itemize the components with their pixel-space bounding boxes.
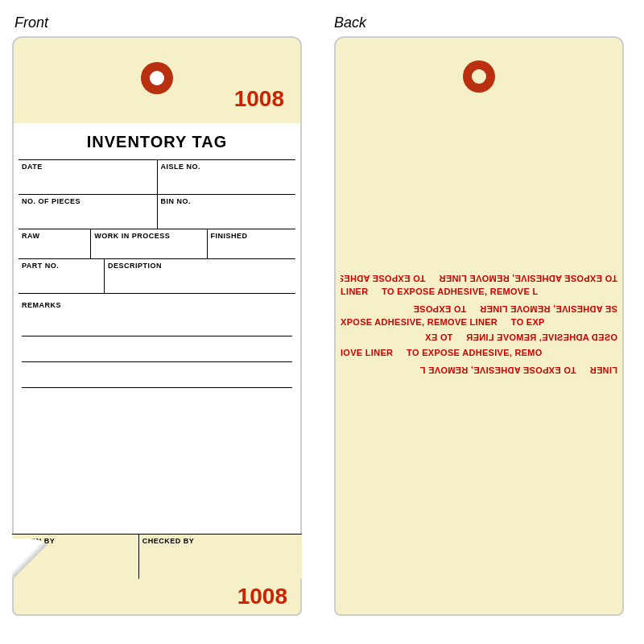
form-cell-takenby: TAKEN BY <box>12 535 139 579</box>
form-cell-finished: FINISHED <box>208 229 295 258</box>
page-container: Front Back 1008 INVENTORY TAG DATE AISLE… <box>0 0 644 644</box>
adhesive-line-4: XPOSE ADHESIVE, REMOVE LINER TO EXP <box>341 316 617 330</box>
form-row-3: RAW WORK IN PROCESS FINISHED <box>19 229 295 258</box>
adhesive-line-1: TO EXPOSE ADHESIVE, REMOVE LINER TO EXPO… <box>341 270 617 285</box>
remarks-line-1 <box>22 314 292 336</box>
tag-hole-front <box>141 62 173 94</box>
label-partno: PART NO. <box>22 262 101 270</box>
remarks-line-2 <box>22 340 292 362</box>
remarks-line-3 <box>22 365 292 388</box>
label-bin: BIN NO. <box>161 197 293 205</box>
label-finished: FINISHED <box>211 232 292 240</box>
form-cell-aisle: AISLE NO. <box>158 160 296 194</box>
tag-content: INVENTORY TAG DATE AISLE NO. NO. OF PIEC… <box>19 133 295 390</box>
adhesive-line-3: SE ADHESIVE, REMOVE LINER TO EXPOSE <box>341 301 617 316</box>
label-back: Back <box>334 14 366 31</box>
adhesive-line-2: LINER TO EXPOSE ADHESIVE, REMOVE L <box>341 285 617 299</box>
tag-back: TO EXPOSE ADHESIVE, REMOVE LINER TO EXPO… <box>334 36 624 616</box>
form-row-4: PART NO. DESCRIPTION <box>19 258 295 293</box>
form-cell-wip: WORK IN PROCESS <box>91 229 207 258</box>
form-cell-description: DESCRIPTION <box>105 259 295 293</box>
form-cell-raw: RAW <box>19 229 91 258</box>
form-cell-checkedby: CHECKED BY <box>139 535 302 579</box>
label-date: DATE <box>22 163 154 171</box>
form-cell-bin: BIN NO. <box>158 195 296 229</box>
form-row-1: DATE AISLE NO. <box>19 159 295 194</box>
label-remarks: REMARKS <box>22 301 61 309</box>
tag-back-hole <box>463 60 495 93</box>
remarks-lines <box>22 314 292 388</box>
adhesive-line-6: IOVE LINER TO EXPOSE ADHESIVE, REMO <box>341 346 617 361</box>
label-description: DESCRIPTION <box>108 262 292 270</box>
adhesive-line-7: LINER TO EXPOSE ADHESIVE, REMOVE L <box>341 362 617 377</box>
label-aisle: AISLE NO. <box>161 163 293 171</box>
tag-title: INVENTORY TAG <box>19 133 295 151</box>
adhesive-text-area: TO EXPOSE ADHESIVE, REMOVE LINER TO EXPO… <box>341 270 617 431</box>
adhesive-line-5: OSED ADHESIVE, REMOVE LINER TO EX <box>341 331 617 345</box>
form-row-2: NO. OF PIECES BIN NO. <box>19 194 295 229</box>
tag-number-top: 1008 <box>234 86 284 112</box>
tag-hole-inner-front <box>150 71 164 85</box>
form-cell-partno: PART NO. <box>19 259 105 293</box>
remarks-section: REMARKS <box>19 293 295 390</box>
tag-back-hole-inner <box>472 69 486 84</box>
tag-top-stub: 1008 <box>12 36 302 125</box>
tag-front: 1008 INVENTORY TAG DATE AISLE NO. NO. OF… <box>12 36 302 616</box>
label-raw: RAW <box>22 232 87 240</box>
tag-number-bottom: 1008 <box>12 579 302 616</box>
form-cell-date: DATE <box>19 160 158 194</box>
label-pieces: NO. OF PIECES <box>22 197 154 205</box>
form-cell-pieces: NO. OF PIECES <box>19 195 158 229</box>
label-checkedby: CHECKED BY <box>142 537 299 545</box>
label-front: Front <box>14 14 48 31</box>
label-wip: WORK IN PROCESS <box>94 232 203 240</box>
